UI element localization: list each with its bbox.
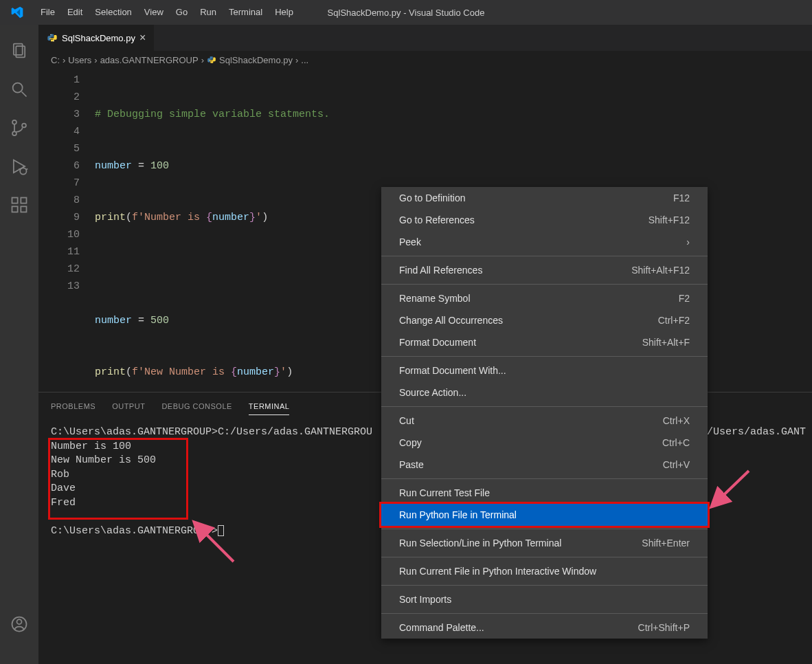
breadcrumb-overflow[interactable]: ... (301, 55, 308, 65)
activity-bar (0, 25, 38, 664)
breadcrumb-segment[interactable]: SqlShackDemo.py (219, 55, 293, 65)
panel-tab-problems[interactable]: PROBLEMS (51, 398, 95, 414)
context-menu-item[interactable]: Format Document With... (381, 359, 708, 381)
context-menu-shortcut: Ctrl+X (663, 415, 690, 426)
context-menu-label: Find All References (399, 265, 482, 276)
menu-bar: File Edit Selection View Go Run Terminal… (34, 0, 300, 25)
breadcrumb-segment[interactable]: C: (51, 55, 60, 65)
explorer-icon[interactable] (0, 32, 38, 70)
context-menu-separator (381, 529, 708, 529)
context-menu-item[interactable]: Find All ReferencesShift+Alt+F12 (381, 259, 708, 281)
breadcrumb-segment[interactable]: Users (68, 55, 91, 65)
python-file-icon (47, 32, 58, 43)
accounts-icon[interactable] (0, 605, 38, 643)
svg-rect-1 (16, 46, 25, 57)
context-menu-shortcut: Ctrl+F2 (658, 315, 690, 326)
context-menu-separator (381, 256, 708, 256)
context-menu-shortcut: F12 (673, 192, 690, 203)
svg-rect-15 (21, 198, 26, 203)
breadcrumb-segment[interactable]: adas.GANTNERGROUP (100, 55, 199, 65)
context-menu-label: Sort Imports (399, 594, 451, 605)
context-menu-shortcut: Shift+Alt+F12 (631, 265, 690, 276)
svg-point-17 (17, 619, 22, 624)
svg-point-8 (20, 168, 26, 174)
context-menu-item[interactable]: Run Selection/Line in Python TerminalShi… (381, 532, 708, 554)
context-menu-label: Copy (399, 437, 422, 448)
run-debug-icon[interactable] (0, 147, 38, 186)
context-menu-item[interactable]: PasteCtrl+V (381, 454, 708, 476)
svg-line-11 (26, 169, 27, 170)
context-menu: Go to DefinitionF12Go to ReferencesShift… (381, 187, 708, 639)
editor-tabs: SqlShackDemo.py × (38, 25, 812, 51)
context-menu-shortcut: Ctrl+V (663, 459, 690, 470)
menu-edit[interactable]: Edit (61, 0, 89, 25)
context-menu-item[interactable]: Peek› (381, 231, 708, 253)
context-menu-label: Change All Occurrences (399, 315, 503, 326)
context-menu-item[interactable]: Go to ReferencesShift+F12 (381, 209, 708, 231)
context-menu-label: Go to References (399, 214, 475, 225)
context-menu-item[interactable]: Run Current File in Python Interactive W… (381, 560, 708, 582)
menu-run[interactable]: Run (194, 0, 223, 25)
breadcrumbs[interactable]: C:› Users› adas.GANTNERGROUP› SqlShackDe… (38, 51, 812, 69)
context-menu-shortcut: Shift+Alt+F (642, 337, 690, 348)
menu-selection[interactable]: Selection (89, 0, 137, 25)
window-title: SqlShackDemo.py - Visual Studio Code (328, 8, 485, 18)
chevron-right-icon: › (94, 55, 97, 65)
context-menu-shortcut: Shift+Enter (642, 538, 690, 549)
line-number-gutter: 123 456 789 101112 13 (38, 71, 95, 392)
context-menu-label: Format Document With... (399, 365, 506, 376)
context-menu-item[interactable]: Run Current Test File (381, 482, 708, 504)
context-menu-item[interactable]: Run Python File in Terminal (381, 504, 708, 526)
context-menu-item[interactable]: Command Palette...Ctrl+Shift+P (381, 617, 708, 639)
tab-sqlshackdemo[interactable]: SqlShackDemo.py × (38, 25, 155, 51)
chevron-right-icon: › (686, 236, 690, 247)
context-menu-label: Cut (399, 415, 414, 426)
chevron-right-icon: › (295, 55, 298, 65)
context-menu-separator (381, 478, 708, 479)
context-menu-label: Source Action... (399, 387, 466, 398)
context-menu-item[interactable]: Format DocumentShift+Alt+F (381, 331, 708, 353)
context-menu-label: Run Python File in Terminal (399, 509, 517, 520)
menu-view[interactable]: View (138, 0, 170, 25)
python-file-icon (207, 55, 216, 65)
panel-tab-output[interactable]: OUTPUT (112, 398, 145, 414)
menu-help[interactable]: Help (269, 0, 300, 25)
svg-point-4 (12, 120, 16, 124)
context-menu-shortcut: Shift+F12 (649, 214, 690, 225)
context-menu-item[interactable]: CutCtrl+X (381, 410, 708, 432)
context-menu-label: Command Palette... (399, 622, 484, 633)
context-menu-label: Rename Symbol (399, 293, 471, 304)
context-menu-separator (381, 284, 708, 285)
context-menu-item[interactable]: Source Action... (381, 381, 708, 403)
svg-line-10 (19, 169, 20, 170)
menu-terminal[interactable]: Terminal (223, 0, 269, 25)
chevron-right-icon: › (201, 55, 204, 65)
context-menu-label: Paste (399, 459, 424, 470)
context-menu-item[interactable]: Sort Imports (381, 588, 708, 610)
svg-rect-0 (14, 44, 23, 55)
menu-go[interactable]: Go (170, 0, 194, 25)
context-menu-separator (381, 557, 708, 557)
context-menu-label: Run Current Test File (399, 487, 490, 498)
svg-point-2 (13, 83, 23, 93)
context-menu-separator (381, 613, 708, 614)
search-icon[interactable] (0, 70, 38, 109)
svg-point-19 (53, 41, 54, 41)
panel-tab-terminal[interactable]: TERMINAL (249, 398, 290, 415)
context-menu-separator (381, 406, 708, 407)
context-menu-shortcut: F2 (679, 293, 690, 304)
close-icon[interactable]: × (139, 32, 146, 44)
context-menu-item[interactable]: Change All OccurrencesCtrl+F2 (381, 309, 708, 331)
menu-file[interactable]: File (34, 0, 61, 25)
source-control-icon[interactable] (0, 109, 38, 147)
panel-tab-debug-console[interactable]: DEBUG CONSOLE (161, 398, 232, 414)
tab-label: SqlShackDemo.py (62, 33, 135, 43)
context-menu-item[interactable]: Rename SymbolF2 (381, 287, 708, 309)
svg-point-18 (50, 34, 51, 35)
svg-line-3 (22, 92, 27, 97)
context-menu-item[interactable]: CopyCtrl+C (381, 432, 708, 454)
context-menu-item[interactable]: Go to DefinitionF12 (381, 187, 708, 209)
context-menu-separator (381, 585, 708, 586)
extensions-icon[interactable] (0, 186, 38, 224)
context-menu-shortcut: Ctrl+Shift+P (638, 622, 690, 633)
